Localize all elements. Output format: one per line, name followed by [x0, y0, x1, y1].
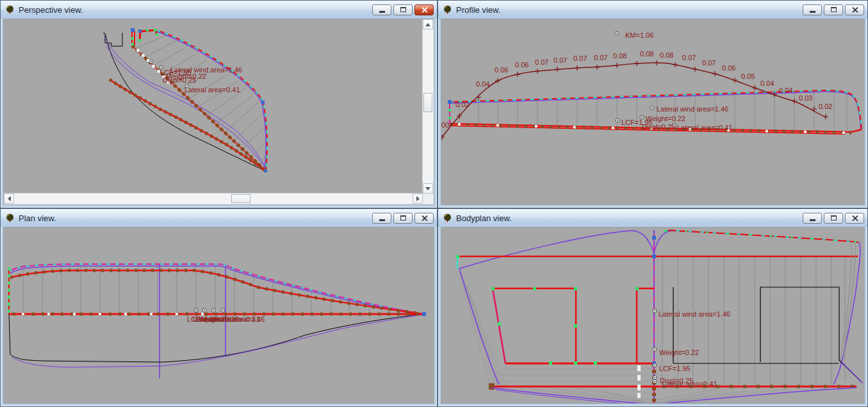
close-button[interactable]	[414, 4, 434, 15]
bodyplan-window: Bodyplan view.	[438, 208, 868, 407]
sac-value: 0.04	[779, 87, 792, 94]
sac-value: 0.07	[573, 55, 587, 62]
lateral-area-label: Lateral area=0.41	[204, 316, 260, 323]
arrow-left-icon	[8, 196, 11, 201]
sac-value: 0.06	[722, 65, 735, 72]
close-button[interactable]	[414, 213, 434, 224]
window-title: Plan view.	[19, 213, 56, 223]
perspective-hull-graphic	[4, 19, 425, 194]
arrow-down-icon	[425, 187, 430, 190]
app-icon	[5, 5, 15, 15]
sac-value: 0.06	[515, 62, 528, 69]
lateral-wind-area-label: Lateral wind area=1.46	[657, 106, 728, 113]
close-icon	[421, 215, 428, 222]
plan-drawing[interactable]: LCF=1.95 Lateral wind area=1.46 Displ=0.…	[4, 228, 434, 403]
sac-value: 0.04	[476, 81, 489, 88]
profile-window: Profile view.	[438, 0, 868, 208]
plan-canvas[interactable]: LCF=1.95 Lateral wind area=1.46 Displ=0.…	[3, 227, 434, 404]
maximize-icon	[831, 7, 837, 12]
horizontal-scrollbar[interactable]	[4, 193, 423, 204]
minimize-button[interactable]	[372, 4, 391, 15]
close-icon	[851, 6, 858, 13]
app-icon	[5, 213, 15, 223]
maximize-button[interactable]	[824, 4, 843, 15]
km-label: KM=1.06	[625, 32, 653, 39]
profile-drawing[interactable]: 00 0.02 0.04 0.06 0.06 0.07 0.07 0.07 0.…	[441, 19, 864, 204]
app-icon	[443, 5, 452, 15]
maximize-icon	[400, 215, 406, 220]
perspective-window: Perspective view.	[0, 0, 438, 208]
lateral-area-label: Lateral area=0.41	[677, 124, 733, 131]
sac-value: 0.02	[455, 101, 469, 108]
maximize-button[interactable]	[393, 4, 413, 15]
profile-titlebar[interactable]: Profile view.	[438, 1, 867, 19]
lateral-area-label: Lateral area=0.41	[662, 381, 717, 388]
close-button[interactable]	[845, 4, 864, 15]
maximize-icon	[400, 7, 406, 12]
perspective-drawing[interactable]: LCF=1.95 Lateral wind area=1.46 Weight=0…	[4, 19, 423, 194]
arrow-up-icon	[425, 23, 430, 26]
vertical-scrollbar[interactable]	[422, 19, 434, 194]
lateral-area-label: Lateral area=0.41	[184, 87, 240, 94]
close-button[interactable]	[845, 213, 864, 224]
window-title: Profile view.	[456, 5, 500, 15]
minimize-icon	[379, 11, 385, 13]
sac-value: 00	[441, 122, 449, 129]
sac-value: 0.02	[819, 103, 832, 110]
sac-value: 0.05	[741, 73, 755, 80]
displacement-label: Displ=0.25	[163, 77, 196, 84]
arrow-right-icon	[416, 196, 420, 201]
lcf-label: LCF=1.95	[659, 365, 691, 372]
sac-value: 0.04	[760, 80, 774, 87]
sac-value: 0.07	[535, 59, 548, 66]
sac-value: 0.07	[594, 54, 607, 62]
scrollbar-corner	[423, 194, 434, 204]
window-title: Perspective view.	[19, 5, 83, 15]
scroll-down-button[interactable]	[423, 183, 433, 194]
maximize-button[interactable]	[824, 213, 843, 224]
plan-window: Plan view.	[0, 208, 438, 407]
scroll-right-button[interactable]	[413, 194, 423, 204]
sac-value: 0.07	[682, 54, 696, 62]
profile-hull-graphic	[441, 19, 865, 205]
sac-value: 0.08	[613, 53, 626, 60]
minimize-button[interactable]	[372, 213, 391, 224]
sac-value: 0.03	[799, 95, 812, 102]
lateral-wind-area-label: Lateral wind area=1.46	[659, 311, 730, 318]
close-icon	[851, 215, 858, 222]
bodyplan-canvas[interactable]: Lateral wind area=1.46 Weight=0.22 LCF=1…	[441, 227, 865, 404]
sac-value: 0.08	[660, 52, 673, 59]
horizontal-scroll-thumb[interactable]	[231, 194, 250, 203]
minimize-button[interactable]	[803, 213, 822, 224]
displacement-label: Displ=0.25	[642, 124, 675, 131]
minimize-button[interactable]	[803, 4, 822, 15]
scroll-left-button[interactable]	[4, 194, 14, 204]
sac-value: 0.07	[553, 57, 567, 64]
minimize-icon	[810, 11, 815, 13]
plan-titlebar[interactable]: Plan view.	[1, 209, 437, 227]
bodyplan-drawing[interactable]: Lateral wind area=1.46 Weight=0.22 LCF=1…	[441, 228, 864, 403]
window-title: Bodyplan view.	[456, 213, 512, 223]
scroll-up-button[interactable]	[423, 19, 433, 29]
close-icon	[421, 6, 428, 13]
sac-value: 0.06	[495, 67, 508, 74]
app-icon	[443, 213, 452, 223]
sac-value: 0.07	[702, 60, 716, 67]
profile-canvas[interactable]: 00 0.02 0.04 0.06 0.06 0.07 0.07 0.07 0.…	[441, 19, 865, 205]
perspective-canvas[interactable]: LCF=1.95 Lateral wind area=1.46 Weight=0…	[3, 19, 434, 205]
maximize-button[interactable]	[393, 213, 413, 224]
weight-label: Weight=0.22	[659, 349, 699, 356]
sac-value: 0.08	[640, 51, 653, 58]
vertical-scroll-thumb[interactable]	[423, 93, 432, 112]
perspective-titlebar[interactable]: Perspective view.	[1, 1, 437, 19]
minimize-icon	[810, 219, 815, 221]
maximize-icon	[831, 215, 837, 220]
minimize-icon	[379, 219, 385, 221]
bodyplan-hull-graphic	[441, 228, 865, 404]
bodyplan-titlebar[interactable]: Bodyplan view.	[438, 209, 867, 227]
